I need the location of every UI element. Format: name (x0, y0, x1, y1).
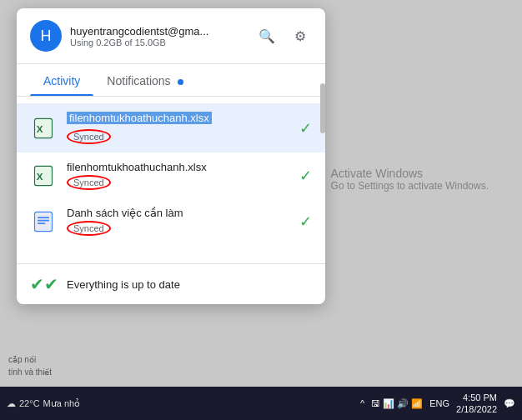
svg-text:X: X (37, 122, 43, 133)
gear-icon: ⚙ (294, 28, 306, 44)
synced-badge: Synced (67, 221, 111, 236)
excel-file-icon: X (30, 115, 57, 142)
svg-rect-9 (38, 219, 49, 221)
search-button[interactable]: 🔍 (255, 24, 279, 48)
account-storage: Using 0.2GB of 15.0GB (70, 38, 248, 48)
footer-status: Everything is up to date (67, 278, 180, 291)
taskbar-caret-up: ^ (360, 398, 364, 408)
bottom-left-text: cắp nối tính và thiết (8, 353, 52, 378)
taskbar: ☁ 22°C Mưa nhỏ ^ 🖫 📊 🔊 📶 ENG 4:50 PM 2/1… (0, 387, 522, 420)
file-status: Synced (67, 129, 293, 144)
taskbar-lang: ENG (429, 398, 449, 408)
svg-rect-6 (35, 212, 53, 231)
weather-condition: Mưa nhỏ (43, 398, 81, 409)
file-info: filenhomtukhoathuchanh.xlsx Synced (67, 161, 293, 190)
synced-check-icon: ✓ (299, 119, 312, 138)
file-status: Synced (67, 175, 293, 190)
avatar: H (30, 20, 62, 52)
taskbar-left: ☁ 22°C Mưa nhỏ (7, 398, 354, 409)
file-info: filenhomtukhoathuchanh.xlsx Synced (67, 112, 293, 144)
taskbar-time: 4:50 PM (456, 392, 497, 403)
activate-windows-subtitle: Go to Settings to activate Windows. (331, 180, 489, 192)
file-status: Synced (67, 221, 293, 236)
taskbar-date: 2/18/2022 (456, 403, 497, 415)
notification-dot (178, 79, 183, 85)
weather-icon: ☁ (7, 398, 16, 409)
taskbar-notification-icon: 💬 (504, 398, 515, 409)
taskbar-clock: 4:50 PM 2/18/2022 (456, 392, 497, 416)
scrollbar[interactable] (320, 83, 325, 133)
file-info: Danh sách việc cần làm Synced (67, 207, 293, 236)
tab-activity[interactable]: Activity (30, 64, 93, 96)
search-icon: 🔍 (258, 28, 275, 44)
svg-rect-8 (38, 217, 49, 218)
taskbar-right: ^ 🖫 📊 🔊 📶 ENG 4:50 PM 2/18/2022 💬 (360, 392, 515, 416)
account-email: huyentrangcodientst@gma... (70, 25, 248, 38)
taskbar-system-icons: 🖫 📊 🔊 📶 (371, 398, 423, 409)
file-name: filenhomtukhoathuchanh.xlsx (67, 112, 212, 124)
svg-rect-10 (38, 222, 45, 224)
tabs-bar: Activity Notifications (17, 64, 325, 97)
svg-text:X: X (37, 170, 43, 181)
weather-temp: 22°C (19, 398, 40, 408)
up-to-date-icon: ✔✔ (30, 274, 58, 294)
header-icons: 🔍 ⚙ (255, 24, 312, 48)
activate-windows-title: Activate Windows (331, 167, 489, 180)
doc-file-icon (30, 208, 57, 235)
popup-header: H huyentrangcodientst@gma... Using 0.2GB… (17, 8, 325, 64)
list-item[interactable]: Danh sách việc cần làm Synced ✓ (17, 198, 325, 244)
activate-windows-watermark: Activate Windows Go to Settings to activ… (331, 167, 489, 192)
synced-check-icon: ✓ (299, 212, 312, 231)
list-item[interactable]: X filenhomtukhoathuchanh.xlsx Synced ✓ (17, 152, 325, 198)
popup-footer: ✔✔ Everything is up to date (17, 263, 325, 304)
file-name: Danh sách việc cần làm (67, 207, 293, 219)
file-name: filenhomtukhoathuchanh.xlsx (67, 161, 293, 173)
account-info: huyentrangcodientst@gma... Using 0.2GB o… (70, 25, 248, 48)
drive-popup: H huyentrangcodientst@gma... Using 0.2GB… (17, 8, 325, 304)
list-item[interactable]: X filenhomtukhoathuchanh.xlsx Synced ✓ (17, 103, 325, 152)
synced-check-icon: ✓ (299, 167, 312, 185)
synced-badge: Synced (67, 129, 111, 144)
file-list: X filenhomtukhoathuchanh.xlsx Synced ✓ (17, 97, 325, 263)
taskbar-weather: ☁ 22°C Mưa nhỏ (7, 398, 80, 409)
excel-file-icon: X (30, 162, 57, 189)
desktop: Activate Windows Go to Settings to activ… (0, 0, 522, 420)
settings-button[interactable]: ⚙ (289, 24, 312, 48)
synced-badge: Synced (67, 175, 111, 190)
tab-notifications[interactable]: Notifications (93, 64, 196, 96)
